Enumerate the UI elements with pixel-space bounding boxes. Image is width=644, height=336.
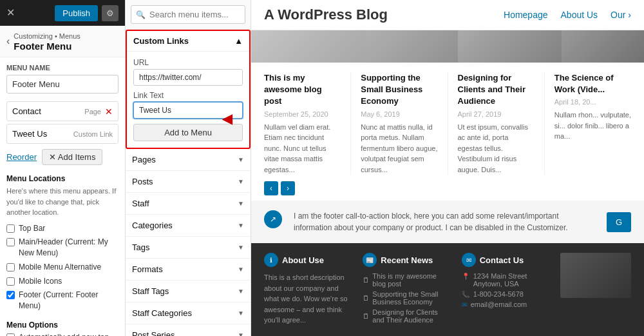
settings-icon-button[interactable]: ⚙ xyxy=(102,5,118,21)
page-title: Footer Menu xyxy=(14,41,80,52)
delete-contact-button[interactable]: ✕ xyxy=(105,107,113,116)
publish-button[interactable]: Publish xyxy=(55,5,98,21)
accordion-tags: Tags ▼ xyxy=(126,237,251,259)
main-header-checkbox[interactable] xyxy=(6,238,15,246)
accordion-posts-header[interactable]: Posts ▼ xyxy=(126,171,251,192)
blog-card-2-excerpt: Ut est ipsum, convallis ac ante id, port… xyxy=(458,122,535,175)
add-to-menu-button[interactable]: Add to Menu xyxy=(133,124,243,141)
accordion-pages: Pages ▼ xyxy=(126,149,251,171)
back-button[interactable]: ‹ xyxy=(6,35,10,47)
blog-card-1-title: Supporting the Small Business Economy xyxy=(361,72,437,108)
mobile-menu-checkbox[interactable] xyxy=(6,263,15,272)
footer-checkbox[interactable] xyxy=(6,291,15,299)
accordion-formats-header[interactable]: Formats ▼ xyxy=(126,259,251,280)
close-button[interactable]: ✕ xyxy=(6,8,15,18)
accordion-staff-header[interactable]: Staff ▼ xyxy=(126,193,251,214)
custom-links-body: URL Link Text Add to Menu xyxy=(127,52,249,148)
blog-card-3-excerpt: Nullam rhon... vulputate, si... dolor fi… xyxy=(554,110,631,142)
footer-cta-button[interactable]: G xyxy=(607,212,631,232)
sidebar-nav: ‹ Customizing • Menus Footer Menu xyxy=(0,26,125,57)
address-pin-icon: 📍 xyxy=(462,273,469,280)
locations-desc: Here's where this menu appears. If you'd… xyxy=(6,186,118,218)
preview-area: A WordPress Blog Homepage About Us Our ›… xyxy=(251,0,644,336)
blog-card-3: The Science of Work (Vide... April 18, 2… xyxy=(554,72,631,175)
accordion-pages-arrow: ▼ xyxy=(238,156,244,163)
blog-card-3-date: April 18, 20... xyxy=(554,98,631,106)
footer-address-0: 📍 1234 Main Street Anytown, USA xyxy=(462,272,547,288)
hero-image-3 xyxy=(458,30,562,63)
footer-image xyxy=(560,253,631,298)
blog-grid: This is my awesome blog post September 2… xyxy=(251,63,644,181)
arrow-indicator: ◀ xyxy=(222,111,232,126)
accordion-staff-categories: Staff Categories ▼ xyxy=(126,302,251,324)
search-icon: 🔍 xyxy=(136,10,146,19)
accordion-staff: Staff ▼ xyxy=(126,193,251,215)
accordion-tags-header[interactable]: Tags ▼ xyxy=(126,237,251,258)
add-items-button[interactable]: ✕ Add Items xyxy=(42,149,102,165)
accordion-post-series-label: Post Series xyxy=(132,330,175,336)
url-input[interactable] xyxy=(133,69,243,86)
location-mobile-menu: Mobile Menu Alternative xyxy=(6,262,118,273)
accordion-tags-arrow: ▼ xyxy=(238,244,244,251)
accordion-staff-tags-header[interactable]: Staff Tags ▼ xyxy=(126,281,251,302)
search-bar-area: 🔍 xyxy=(126,0,251,30)
accordion-formats-label: Formats xyxy=(132,264,163,274)
footer-address-2: ✉ email@email.com xyxy=(462,301,547,308)
tweet-us-item-right: Custom Link xyxy=(73,130,113,138)
phone-text: 1-800-234-5678 xyxy=(473,290,524,298)
menu-options-section: Menu Options Automatically add new top-l… xyxy=(6,321,118,336)
footer-col-contact-title: Contact Us xyxy=(480,255,524,265)
accordion-staff-categories-header[interactable]: Staff Categories ▼ xyxy=(126,302,251,324)
about-footer-icon: ℹ xyxy=(264,253,278,267)
sidebar-top-bar: ✕ Publish ⚙ xyxy=(0,0,125,26)
menu-name-input[interactable] xyxy=(6,75,118,94)
hero-image-2 xyxy=(365,30,458,63)
nav-link-about[interactable]: About Us xyxy=(561,10,598,20)
accordion-staff-categories-label: Staff Categories xyxy=(132,308,192,318)
reorder-area: Reorder ✕ Add Items xyxy=(6,149,118,165)
accordion-pages-header[interactable]: Pages ▼ xyxy=(126,149,251,170)
footer-news-link-2: 🗒Designing for Clients and Their Audienc… xyxy=(363,308,448,324)
publish-area: Publish ⚙ xyxy=(55,5,118,21)
sidebar-content: Menu Name Contact Page ✕ Tweet Us Custom… xyxy=(0,57,125,336)
customizer-sidebar: ✕ Publish ⚙ ‹ Customizing • Menus Footer… xyxy=(0,0,126,336)
accordion-categories-header[interactable]: Categories ▼ xyxy=(126,215,251,236)
custom-links-header[interactable]: Custom Links ▲ xyxy=(127,31,249,52)
menu-name-label: Menu Name xyxy=(6,64,118,72)
auto-add-row: Automatically add new top-level pages to… xyxy=(6,332,118,336)
footer-address-1: 📞 1-800-234-5678 xyxy=(462,290,547,298)
nav-link-homepage[interactable]: Homepage xyxy=(504,10,548,20)
auto-add-checkbox[interactable] xyxy=(6,333,15,336)
breadcrumb-area: Customizing • Menus Footer Menu xyxy=(14,31,80,52)
hero-images xyxy=(251,30,644,63)
options-title: Menu Options xyxy=(6,321,118,330)
contact-item-right: Page ✕ xyxy=(84,107,113,116)
hero-image-1 xyxy=(251,30,365,63)
footer-cta-left: ↗ I am the footer call-to-action block, … xyxy=(264,210,583,233)
accordion-staff-label: Staff xyxy=(132,199,149,208)
nav-links: Homepage About Us Our › xyxy=(504,10,631,20)
accordion-post-series-header[interactable]: Post Series ▼ xyxy=(126,324,251,336)
accordion-posts: Posts ▼ xyxy=(126,171,251,193)
custom-links-collapse-icon: ▲ xyxy=(234,36,243,46)
blog-card-0-date: September 25, 2020 xyxy=(264,110,341,118)
blog-card-2-date: April 27, 2019 xyxy=(458,110,535,118)
top-bar-checkbox[interactable] xyxy=(6,224,15,233)
mobile-icons-checkbox[interactable] xyxy=(6,277,15,286)
blog-card-1-excerpt: Nunc at mattis nulla, id porta metus. Nu… xyxy=(361,122,437,175)
search-input[interactable] xyxy=(131,5,245,24)
prev-arrow-button[interactable]: ‹ xyxy=(264,181,278,195)
menu-item-contact: Contact Page ✕ xyxy=(6,101,118,121)
accordion-posts-label: Posts xyxy=(132,177,153,186)
location-main-header: Main/Header (Current: My New Menu) xyxy=(6,237,118,259)
email-icon: ✉ xyxy=(462,301,467,308)
next-arrow-button[interactable]: › xyxy=(281,181,295,195)
footer-col-contact: ✉ Contact Us 📍 1234 Main Street Anytown,… xyxy=(462,253,547,326)
location-footer: Footer (Current: Footer Menu) xyxy=(6,290,118,311)
location-top-bar: Top Bar xyxy=(6,223,118,234)
nav-link-more[interactable]: Our › xyxy=(611,10,631,20)
footer-col-about-header: ℹ About Use xyxy=(264,253,350,267)
reorder-button[interactable]: Reorder xyxy=(6,152,37,162)
tweet-us-item-label: Tweet Us xyxy=(12,129,47,139)
contact-footer-icon: ✉ xyxy=(462,253,476,267)
